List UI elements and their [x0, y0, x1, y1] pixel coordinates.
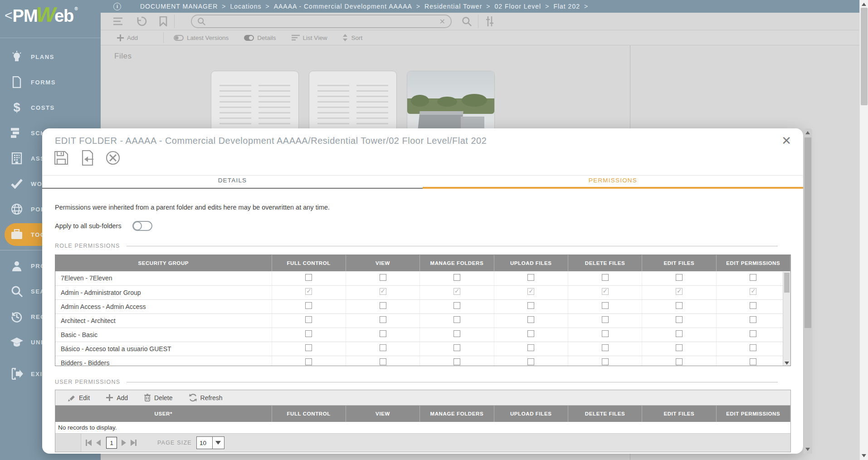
breadcrumb-item[interactable]: Residential Tower — [424, 3, 482, 10]
permission-checkbox[interactable] — [454, 330, 460, 337]
permission-checkbox[interactable] — [305, 302, 312, 309]
search-box[interactable]: ✕ — [191, 15, 452, 28]
breadcrumb-item[interactable]: Flat 202 — [553, 3, 580, 10]
permission-checkbox[interactable] — [750, 344, 756, 351]
permission-checkbox[interactable] — [750, 274, 756, 281]
column-header[interactable]: DELETE FILES — [568, 255, 642, 271]
dropdown-button[interactable] — [212, 437, 224, 449]
sidebar-item-plans[interactable]: PLANS — [0, 44, 101, 69]
breadcrumb-item[interactable]: 02 Floor Level — [494, 3, 541, 10]
undo-icon[interactable] — [136, 16, 147, 26]
permission-checkbox[interactable] — [305, 274, 312, 281]
delete-button[interactable]: Delete — [144, 394, 172, 401]
permission-checkbox[interactable] — [602, 316, 609, 323]
permission-checkbox[interactable] — [750, 302, 756, 309]
permission-checkbox[interactable] — [676, 316, 683, 323]
bookmark-icon[interactable] — [159, 16, 168, 26]
save-icon[interactable] — [54, 150, 69, 166]
column-header[interactable]: MANAGE FOLDERS — [420, 255, 494, 271]
permission-checkbox[interactable] — [380, 330, 386, 337]
cancel-icon[interactable] — [105, 150, 121, 166]
refresh-button[interactable]: Refresh — [189, 394, 223, 401]
breadcrumb-item[interactable]: AAAAA - Commercial Development AAAAA — [274, 3, 412, 10]
scroll-down-icon[interactable] — [805, 448, 810, 451]
permission-checkbox[interactable] — [380, 302, 386, 309]
next-page-button[interactable] — [122, 440, 126, 446]
permission-checkbox[interactable] — [602, 288, 609, 295]
column-header[interactable]: DELETE FILES — [568, 406, 642, 422]
permission-checkbox[interactable] — [454, 302, 460, 309]
sort-button[interactable]: Sort — [342, 34, 362, 41]
scroll-up-icon[interactable] — [805, 131, 810, 134]
permission-checkbox[interactable] — [602, 302, 609, 309]
column-header[interactable]: UPLOAD FILES — [494, 255, 568, 271]
sidebar-item-costs[interactable]: $ COSTS — [0, 95, 101, 120]
column-header[interactable]: SECURITY GROUP — [55, 255, 272, 271]
permission-checkbox[interactable] — [602, 330, 609, 337]
details-toggle[interactable]: Details — [244, 34, 276, 41]
permission-checkbox[interactable] — [750, 288, 756, 295]
save-exit-icon[interactable] — [81, 150, 94, 166]
first-page-button[interactable] — [86, 440, 92, 446]
column-header[interactable]: VIEW — [346, 406, 419, 422]
permission-checkbox[interactable] — [380, 344, 386, 351]
permission-checkbox[interactable] — [305, 316, 312, 323]
permission-checkbox[interactable] — [380, 316, 386, 323]
permission-checkbox[interactable] — [750, 358, 756, 365]
scrollbar-thumb[interactable] — [805, 137, 811, 328]
page-number[interactable]: 1 — [106, 437, 117, 449]
tab-permissions[interactable]: PERMISSIONS — [423, 177, 803, 184]
scroll-up-icon[interactable] — [862, 3, 866, 6]
menu-list-icon[interactable] — [113, 17, 124, 26]
permission-checkbox[interactable] — [676, 344, 683, 351]
column-header[interactable]: VIEW — [346, 255, 419, 271]
permission-checkbox[interactable] — [527, 302, 534, 309]
tab-details[interactable]: DETAILS — [42, 177, 423, 184]
column-header[interactable]: FULL CONTROL — [272, 406, 346, 422]
column-header[interactable]: UPLOAD FILES — [494, 406, 568, 422]
permission-checkbox[interactable] — [527, 288, 534, 295]
permission-checkbox[interactable] — [527, 316, 534, 323]
permission-checkbox[interactable] — [750, 330, 756, 337]
list-view-button[interactable]: List View — [292, 34, 327, 41]
permission-checkbox[interactable] — [380, 288, 386, 295]
edit-button[interactable]: Edit — [68, 394, 90, 401]
column-header[interactable]: MANAGE FOLDERS — [420, 406, 494, 422]
permission-checkbox[interactable] — [305, 358, 312, 365]
page-size-select[interactable]: 10 — [196, 436, 224, 449]
breadcrumb-item[interactable]: DOCUMENT MANAGER — [140, 3, 218, 10]
permission-checkbox[interactable] — [527, 330, 534, 337]
scrollbar-thumb[interactable] — [861, 8, 868, 105]
sidebar-item-forms[interactable]: FORMS — [0, 69, 101, 95]
apply-subfolders-toggle[interactable] — [132, 221, 152, 231]
scroll-down-icon[interactable] — [862, 454, 866, 457]
permission-checkbox[interactable] — [454, 288, 460, 295]
close-icon[interactable]: ✕ — [781, 135, 791, 147]
permission-checkbox[interactable] — [527, 274, 534, 281]
column-header[interactable]: USER* — [55, 406, 272, 422]
breadcrumb-item[interactable]: Locations — [230, 3, 262, 10]
role-table-scrollbar[interactable] — [783, 272, 790, 366]
column-header[interactable]: EDIT FILES — [642, 406, 716, 422]
scroll-down-icon[interactable] — [785, 362, 789, 365]
info-icon[interactable]: i — [113, 3, 121, 10]
column-header[interactable]: FULL CONTROL — [272, 255, 346, 271]
scrollbar-thumb[interactable] — [784, 273, 790, 293]
latest-versions-toggle[interactable]: Latest Versions — [174, 34, 229, 41]
permission-checkbox[interactable] — [454, 344, 460, 351]
add-button[interactable]: Add — [117, 34, 138, 41]
permission-checkbox[interactable] — [305, 288, 312, 295]
column-header[interactable]: EDIT PERMISSIONS — [716, 255, 790, 271]
permission-checkbox[interactable] — [676, 274, 683, 281]
permission-checkbox[interactable] — [305, 344, 312, 351]
column-header[interactable]: EDIT FILES — [642, 255, 716, 271]
permission-checkbox[interactable] — [676, 288, 683, 295]
search-go-icon[interactable] — [462, 16, 472, 26]
browser-scrollbar[interactable] — [859, 0, 868, 460]
permission-checkbox[interactable] — [454, 358, 460, 365]
permission-checkbox[interactable] — [454, 316, 460, 323]
permission-checkbox[interactable] — [527, 358, 534, 365]
clear-search-icon[interactable]: ✕ — [439, 17, 445, 26]
permission-checkbox[interactable] — [676, 330, 683, 337]
modal-scrollbar[interactable] — [804, 128, 812, 454]
